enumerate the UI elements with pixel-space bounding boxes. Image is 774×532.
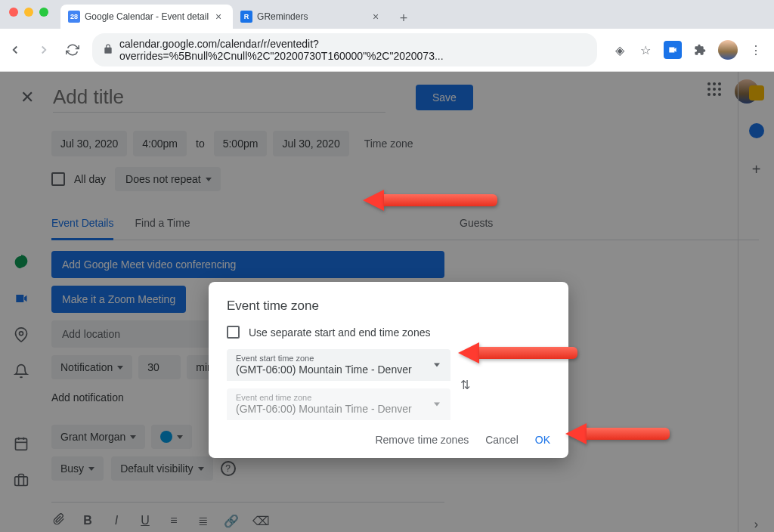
lock-icon (103, 44, 113, 57)
back-button[interactable] (6, 41, 24, 59)
browser-tabs: 28 Google Calendar - Event detail × R GR… (0, 0, 774, 29)
url-text: calendar.google.com/calendar/r/eventedit… (119, 38, 587, 62)
tab-title: Google Calendar - Event detail (85, 11, 209, 22)
start-timezone-dropdown[interactable]: Event start time zone (GMT-06:00) Mounta… (227, 349, 450, 381)
menu-icon[interactable]: ⋮ (748, 42, 763, 57)
reload-button[interactable] (63, 41, 82, 59)
end-timezone-dropdown: Event end time zone (GMT-06:00) Mountain… (227, 388, 450, 420)
address-actions: ◈ ☆ ⋮ (608, 40, 768, 60)
address-bar-row: calendar.google.com/calendar/r/eventedit… (0, 29, 774, 71)
cancel-button[interactable]: Cancel (485, 434, 519, 446)
diamond-icon[interactable]: ◈ (612, 42, 627, 57)
end-timezone-value: (GMT-06:00) Mountain Time - Denver (236, 403, 412, 415)
start-timezone-label: Event start time zone (236, 354, 441, 363)
close-icon[interactable]: × (213, 11, 224, 22)
separate-timezones-row: Use separate start and end time zones (227, 326, 550, 339)
browser-tab-calendar[interactable]: 28 Google Calendar - Event detail × (60, 5, 233, 29)
timezone-dialog: Event time zone Use separate start and e… (209, 282, 568, 458)
star-icon[interactable]: ☆ (638, 42, 653, 57)
end-timezone-label: Event end time zone (236, 393, 441, 402)
forward-button[interactable] (35, 41, 53, 59)
separate-timezones-checkbox[interactable] (227, 326, 240, 339)
window-controls (0, 0, 57, 17)
address-bar[interactable]: calendar.google.com/calendar/r/eventedit… (92, 33, 597, 66)
dialog-actions: Remove time zones Cancel OK (227, 434, 550, 446)
greminders-favicon: R (240, 11, 252, 23)
close-icon[interactable]: × (370, 11, 381, 22)
page: ✕ Save Jul 30, 2020 4:00pm to 5:00pm Jul… (0, 72, 774, 532)
window-minimize-button[interactable] (24, 8, 33, 17)
window-close-button[interactable] (9, 8, 18, 17)
calendar-favicon: 28 (68, 11, 80, 23)
annotation-arrow (458, 342, 577, 363)
window-fullscreen-button[interactable] (39, 8, 48, 17)
chevron-down-icon (434, 363, 440, 367)
ok-button[interactable]: OK (535, 434, 550, 446)
swap-icon[interactable]: ⇅ (460, 378, 470, 392)
extensions-icon[interactable] (692, 42, 707, 57)
browser-profile-avatar[interactable] (718, 40, 738, 60)
chevron-down-icon (434, 403, 440, 407)
browser-tab-greminders[interactable]: R GReminders × (233, 5, 390, 29)
browser-chrome: 28 Google Calendar - Event detail × R GR… (0, 0, 774, 72)
annotation-arrow (363, 190, 497, 211)
remove-timezones-button[interactable]: Remove time zones (375, 434, 469, 446)
tab-title: GReminders (257, 11, 366, 22)
new-tab-button[interactable]: + (393, 8, 414, 29)
extension-zoom[interactable] (664, 41, 682, 59)
annotation-arrow (565, 423, 670, 444)
start-timezone-value: (GMT-06:00) Mountain Time - Denver (236, 363, 412, 376)
dialog-title: Event time zone (227, 298, 550, 314)
separate-timezones-label: Use separate start and end time zones (249, 326, 430, 339)
